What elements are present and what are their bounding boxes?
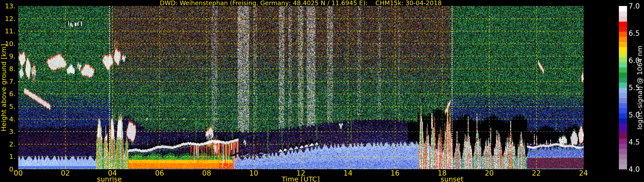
colorbar-tick-label: 7.0: [628, 2, 640, 10]
y-tick-label: 5.: [9, 102, 16, 110]
ceilometer-quicklook: DWD: Weihenstephan (Freising, Germany; 4…: [0, 0, 644, 182]
y-tick-label: 1.: [9, 153, 16, 160]
y-tick-label: 4.: [9, 115, 16, 123]
y-tick-label: 13.: [5, 2, 16, 10]
colorbar-tick-label: 6.0: [628, 56, 640, 65]
colorbar-tick-label: 4.5: [628, 138, 640, 146]
colorbar-tick-label: 5.5: [628, 84, 640, 92]
heatmap-canvas: [0, 0, 644, 182]
x-tick-label: 22: [532, 169, 541, 177]
x-tick-label: 20: [485, 169, 494, 177]
colorbar-tick-label: 4.0: [628, 165, 640, 174]
x-tick-label: 10: [249, 169, 258, 177]
y-tick-label: 2.: [9, 140, 16, 148]
y-tick-label: 3.: [9, 128, 16, 135]
y-tick-label: 6.: [9, 90, 16, 98]
chart-title: DWD: Weihenstephan (Freising, Germany; 4…: [160, 0, 442, 7]
colorbar-tick-label: 5.0: [628, 111, 640, 119]
x-tick-label: 06: [155, 169, 164, 177]
x-tick-label: 24: [579, 169, 588, 177]
y-axis-label: Height above ground [km]: [0, 44, 8, 131]
x-tick-label: 14: [344, 169, 352, 177]
colorbar-tick-label: 6.5: [628, 29, 640, 37]
x-tick-label: 18: [438, 169, 447, 177]
x-tick-label: 16: [390, 169, 400, 177]
y-tick-label: 11.: [5, 27, 16, 35]
x-tick-label: 04: [108, 169, 117, 177]
y-tick-label: 8.: [9, 65, 16, 73]
y-tick-label: 9.: [9, 52, 16, 60]
y-tick-label: 12.: [5, 15, 16, 22]
x-tick-label: 02: [61, 169, 70, 177]
y-tick-label: 0.: [9, 165, 16, 173]
y-tick-label: 10.: [5, 40, 16, 48]
x-tick-label: 12: [296, 169, 306, 177]
x-tick-label: 08: [202, 169, 211, 177]
y-tick-label: 7.: [9, 78, 16, 85]
